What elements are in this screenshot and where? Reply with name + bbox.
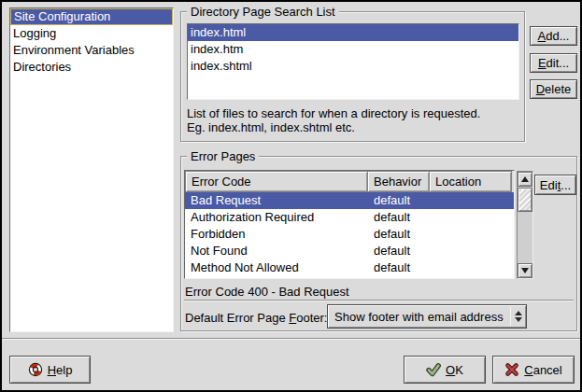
file-item-index-shtml[interactable]: index.shtml [188,58,518,75]
add-button[interactable]: Add... [530,26,577,46]
footer-select-value: Show footer with email address [328,310,510,324]
table-row-forbidden[interactable]: Forbidden default [185,226,514,243]
scrollbar-thumb[interactable] [518,188,532,212]
directory-file-list: index.html index.htm index.shtml [187,23,519,100]
help-lifebuoy-icon [28,362,43,377]
error-pages-table: Error Code Behavior Location Bad Request… [184,170,515,279]
table-row-method-not-allowed[interactable]: Method Not Allowed default [185,259,514,276]
column-header-error-code[interactable]: Error Code [185,171,368,192]
table-row-authorization-required[interactable]: Authorization Required default [185,209,514,226]
scrollbar-up-icon [521,176,529,182]
directory-page-search-list-group: Directory Page Search List index.html in… [180,11,525,142]
scrollbar-up-button[interactable] [518,172,532,187]
scrollbar-down-icon [521,268,529,273]
file-item-index-html[interactable]: index.html [188,24,518,41]
category-list: Site Configuration Logging Environment V… [9,7,174,332]
error-pages-group-title: Error Pages [187,149,259,163]
edit-file-button[interactable]: Edit... [530,53,577,73]
error-pages-table-header: Error Code Behavior Location [185,171,514,192]
file-list-description-line1: List of files to search for when a direc… [187,106,480,120]
cancel-button[interactable]: Cancel [492,356,575,384]
cancel-x-icon [504,362,519,377]
edit-error-page-button[interactable]: Edit... [534,175,576,195]
ok-button[interactable]: OK [404,356,486,384]
file-list-description-line2: Eg. index.html, index.shtml etc. [187,120,480,134]
sidebar-item-environment-variables[interactable]: Environment Variables [10,42,173,59]
error-pages-separator [184,300,574,301]
table-row-bad-request[interactable]: Bad Request default [185,192,514,209]
file-item-index-htm[interactable]: index.htm [188,41,518,58]
sidebar-item-logging[interactable]: Logging [10,25,173,42]
delete-file-button[interactable]: Delete [530,79,577,99]
http-site-configuration-dialog: Site Configuration Logging Environment V… [0,0,582,392]
column-header-behavior[interactable]: Behavior [367,171,430,192]
error-code-status-text: Error Code 400 - Bad Request [185,285,349,299]
ok-check-icon [426,362,441,377]
default-error-page-footer-select[interactable]: Show footer with email address [327,304,527,329]
table-row-not-found[interactable]: Not Found default [185,243,514,259]
dropdown-arrows-icon [511,311,526,322]
scrollbar-down-button[interactable] [518,263,532,278]
directory-group-title: Directory Page Search List [187,5,339,19]
help-button[interactable]: Help [9,356,91,384]
column-header-location[interactable]: Location [429,171,512,192]
sidebar-item-site-configuration[interactable]: Site Configuration [10,8,173,25]
sidebar-item-directories[interactable]: Directories [10,59,173,76]
default-error-page-footer-label: Default Error Page Footer: [185,311,327,325]
error-pages-group: Error Pages Error Code Behavior Location… [180,156,577,331]
dialog-footer-separator [2,338,580,340]
error-table-scrollbar[interactable] [517,171,533,279]
